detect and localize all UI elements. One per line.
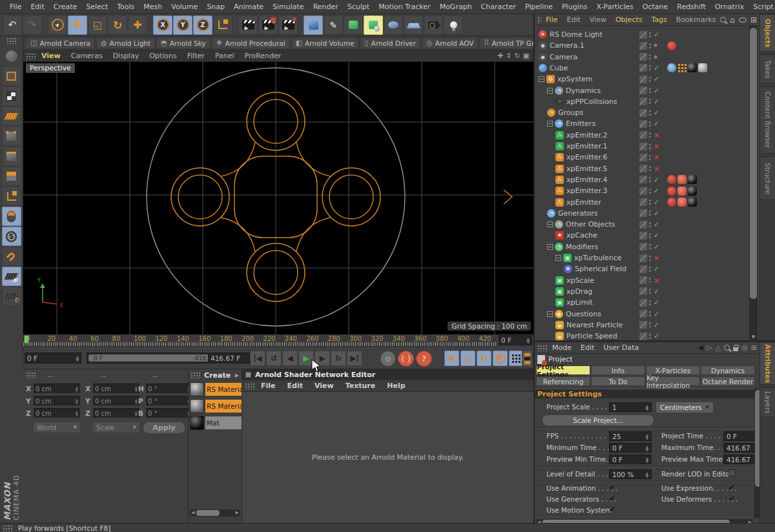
last-used-tool-button[interactable]: ✚ — [128, 15, 147, 35]
coord-field[interactable]: 0 cm▲▼ — [34, 396, 80, 405]
visibility-icon[interactable] — [739, 17, 747, 23]
layer-swatch[interactable] — [639, 42, 647, 50]
menu-character[interactable]: Character — [477, 3, 521, 11]
tab-referencing[interactable]: Referencing — [536, 376, 590, 386]
time-field-value[interactable]: 0 F▲▼ — [609, 455, 652, 464]
play-backwards-button[interactable]: ↺ — [266, 351, 282, 366]
workplane-mode-button[interactable] — [2, 107, 21, 126]
rs-red-tag[interactable] — [667, 187, 676, 196]
edges-mode-button[interactable] — [2, 147, 21, 166]
material-item[interactable]: RS Material — [190, 382, 242, 396]
time-field-value[interactable]: 416.67 — [723, 455, 754, 464]
previous-frame-button[interactable]: ◀ — [282, 351, 298, 366]
timeline-ruler[interactable]: 0204060801001201401601802002202402602803… — [23, 334, 497, 347]
visibility-dots-icon[interactable] — [649, 289, 652, 294]
layer-swatch[interactable] — [639, 31, 647, 39]
side-tab-content-browser[interactable]: Content Browser — [760, 87, 775, 154]
checkmark-icon[interactable]: ✔ — [728, 483, 735, 492]
move-tool-button[interactable]: ✚ — [68, 15, 87, 35]
tree-row[interactable]: ⁂xpEmitter.2× — [535, 130, 749, 141]
scrollbar-thumb[interactable] — [196, 510, 220, 516]
arnold-shelf-arnold-sky[interactable]: ◓Arnold Sky — [156, 37, 211, 49]
time-field-value[interactable]: 0 F — [723, 431, 754, 441]
viewport-menu-options[interactable]: Options — [144, 52, 181, 60]
visibility-dots-icon[interactable] — [649, 177, 652, 182]
om-menu-tags[interactable]: Tags — [646, 15, 671, 24]
visibility-dots-icon[interactable] — [649, 311, 652, 316]
coord-field[interactable]: 0 cm▲▼ — [34, 384, 80, 393]
state-check-icon[interactable]: ✓ — [654, 30, 659, 39]
arnold-shelf-arnold-tp-group[interactable]: ⠿Arnold TP Group — [479, 37, 533, 49]
texture-mode-button[interactable] — [2, 87, 21, 106]
visibility-dots-icon[interactable] — [649, 278, 652, 283]
layer-swatch[interactable] — [639, 243, 647, 251]
tree-row[interactable]: ◒Particle Speed✓ — [535, 331, 749, 340]
spinner-arrows-icon[interactable]: ▲▼ — [75, 398, 78, 404]
spinner-arrows-icon[interactable]: ▲▼ — [645, 445, 648, 451]
om-menu-file[interactable]: File — [541, 15, 562, 24]
state-check-icon[interactable]: ✓ — [654, 176, 659, 184]
rotate-view-icon[interactable]: ↻ — [514, 52, 520, 60]
arnold-shelf-arnold-volume[interactable]: ◧Arnold Volume — [291, 37, 359, 49]
side-tab-takes[interactable]: Takes — [760, 54, 775, 84]
state-cross-icon[interactable]: × — [654, 254, 659, 262]
visibility-dots-icon[interactable] — [649, 244, 652, 249]
panel-grip[interactable] — [191, 372, 201, 378]
tree-row[interactable]: −◔Dynamics✓ — [535, 85, 749, 96]
tree-row[interactable]: −◔Other Objects✓ — [535, 219, 749, 230]
world-system-dropdown[interactable]: World▼ — [34, 422, 80, 433]
side-tab-structure[interactable]: Structure — [760, 156, 775, 200]
visibility-dots-icon[interactable] — [649, 77, 652, 82]
viewport-canvas[interactable]: Y X Perspective Grid Spacing : 100 cm — [23, 62, 533, 334]
lock-workplane-button[interactable] — [2, 267, 21, 286]
tree-row[interactable]: ⁂xpEmitter.5× — [535, 163, 749, 174]
panel-grip[interactable] — [3, 525, 13, 531]
record-keyframe-button[interactable]: ( ) — [398, 351, 414, 367]
layer-swatch[interactable] — [639, 120, 647, 128]
viewport-view-label[interactable]: Perspective — [26, 63, 75, 73]
panel-grip[interactable] — [245, 383, 255, 389]
visibility-dots-icon[interactable] — [649, 267, 652, 272]
materials-hscrollbar[interactable]: ◀ ▶ — [190, 509, 240, 517]
layer-swatch[interactable] — [639, 310, 647, 318]
play-forwards-button[interactable]: ▶ — [298, 351, 314, 366]
arnold-shelf-arnold-driver[interactable]: ▯Arnold Driver — [360, 37, 420, 49]
state-cross-icon[interactable]: × — [654, 131, 659, 139]
key-position-toggle[interactable]: ✚ — [444, 351, 459, 366]
visibility-dots-icon[interactable] — [649, 233, 652, 238]
checkmark-icon[interactable]: ✔ — [609, 505, 615, 514]
coord-field[interactable]: 0 °▲▼ — [146, 396, 192, 405]
state-check-icon[interactable]: ✓ — [654, 265, 659, 273]
material-item[interactable]: Mat — [190, 416, 242, 430]
menu-redshift[interactable]: Redshift — [672, 3, 710, 11]
polygons-mode-button[interactable] — [2, 167, 21, 186]
spinner-arrows-icon[interactable]: ▲▼ — [645, 471, 648, 478]
visibility-dots-icon[interactable] — [649, 144, 652, 149]
spinner-arrows-icon[interactable]: ▲▼ — [645, 456, 648, 463]
visibility-dots-icon[interactable] — [649, 210, 652, 216]
menu-file[interactable]: File — [5, 3, 26, 11]
time-field-value[interactable]: 416.67 — [723, 443, 754, 453]
project-scale-unit-dropdown[interactable]: Centimeters▼ — [656, 402, 713, 413]
arnold-shelf-arnold-procedural[interactable]: ❖Arnold Procedural — [212, 37, 290, 49]
rs-red-tag[interactable] — [667, 198, 676, 207]
menu-select[interactable]: Select — [81, 3, 112, 11]
live-selection-button[interactable]: ➤ — [48, 15, 67, 35]
time-field-value[interactable]: 0 F▲▼ — [609, 443, 652, 453]
viewport-menu-filter[interactable]: Filter — [182, 52, 210, 60]
shader-menu-view[interactable]: View — [309, 382, 340, 390]
menu-pipeline[interactable]: Pipeline — [521, 3, 557, 11]
target-icon[interactable]: ◎ — [741, 343, 748, 352]
menu-mesh[interactable]: Mesh — [139, 3, 167, 11]
add-panel-icon[interactable]: ⊞ — [751, 343, 757, 352]
layer-swatch[interactable] — [639, 187, 647, 195]
state-check-icon[interactable]: ✓ — [654, 332, 659, 340]
layer-swatch[interactable] — [639, 265, 647, 273]
add-array-button[interactable] — [364, 15, 383, 35]
spinner-arrows-icon[interactable]: ▲▼ — [134, 385, 138, 392]
shader-menu-help[interactable]: Help — [381, 382, 411, 390]
expander-icon[interactable]: − — [547, 311, 553, 317]
state-cross-icon[interactable]: × — [654, 165, 659, 173]
render-lod-checkbox[interactable] — [728, 469, 736, 476]
tag-blue-tag[interactable] — [667, 63, 676, 72]
